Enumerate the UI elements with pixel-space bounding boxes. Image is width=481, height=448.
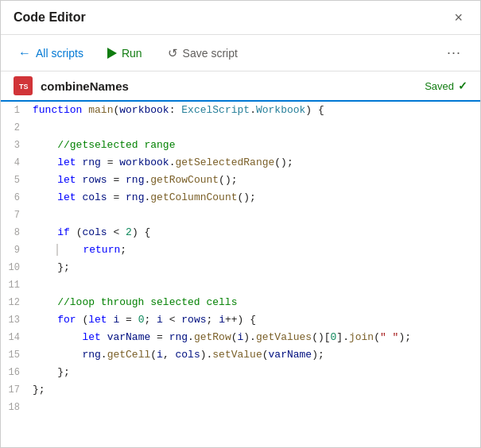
line-code: //loop through selected cells (29, 294, 480, 311)
line-number: 5 (1, 172, 29, 189)
script-bar: TS combineNames Saved ✓ (1, 71, 480, 102)
close-button[interactable]: × (449, 9, 467, 26)
line-number: 13 (1, 311, 29, 329)
line-number: 3 (1, 137, 29, 154)
table-row: 6 let cols = rng.getColumnCount(); (1, 189, 480, 207)
table-row: 1function main(workbook: ExcelScript.Wor… (1, 102, 480, 119)
line-code: let rng = workbook.getSelectedRange(); (29, 154, 480, 172)
table-row: 9 return; (1, 241, 480, 259)
line-number: 18 (1, 399, 29, 416)
back-label: All scripts (36, 47, 83, 60)
svg-text:TS: TS (19, 83, 29, 91)
line-number: 9 (1, 241, 29, 259)
table-row: 13 for (let i = 0; i < rows; i++) { (1, 311, 480, 329)
script-name: combineNames (41, 79, 129, 93)
table-row: 10 }; (1, 259, 480, 276)
code-editor[interactable]: 1function main(workbook: ExcelScript.Wor… (1, 102, 480, 430)
line-number: 2 (1, 119, 29, 137)
line-code (29, 399, 480, 416)
line-code: function main(workbook: ExcelScript.Work… (29, 102, 480, 119)
table-row: 12 //loop through selected cells (1, 294, 480, 311)
back-button[interactable]: ← All scripts (14, 43, 88, 64)
line-number: 6 (1, 189, 29, 207)
line-code: //getselected range (29, 137, 480, 154)
line-code (29, 207, 480, 224)
line-number: 7 (1, 207, 29, 224)
table-row: 4 let rng = workbook.getSelectedRange(); (1, 154, 480, 172)
table-row: 16 }; (1, 364, 480, 381)
table-row: 8 if (cols < 2) { (1, 224, 480, 241)
script-icon: TS (14, 76, 33, 95)
run-icon (107, 48, 117, 59)
toolbar: ← All scripts Run ↺ Save script ··· (1, 35, 480, 71)
line-code: return; (29, 241, 480, 259)
file-icon: TS (17, 79, 29, 92)
script-info: TS combineNames (14, 76, 129, 95)
table-row: 18 (1, 399, 480, 416)
check-icon: ✓ (458, 79, 467, 92)
save-label: Save script (183, 47, 238, 60)
line-code: }; (29, 381, 480, 399)
table-row: 2 (1, 119, 480, 137)
line-number: 11 (1, 276, 29, 294)
saved-badge: Saved ✓ (425, 79, 467, 92)
toolbar-left: ← All scripts Run ↺ Save script (14, 43, 428, 64)
table-row: 11 (1, 276, 480, 294)
line-code: rng.getCell(i, cols).setValue(varName); (29, 346, 480, 364)
run-button[interactable]: Run (101, 44, 149, 63)
table-row: 7 (1, 207, 480, 224)
line-number: 16 (1, 364, 29, 381)
line-code: let rows = rng.getRowCount(); (29, 172, 480, 189)
saved-label: Saved (425, 80, 454, 92)
line-number: 17 (1, 381, 29, 399)
table-row: 5 let rows = rng.getRowCount(); (1, 172, 480, 189)
save-button[interactable]: ↺ Save script (161, 43, 244, 64)
line-code: let varName = rng.getRow(i).getValues()[… (29, 329, 480, 346)
save-icon: ↺ (168, 46, 178, 60)
line-number: 10 (1, 259, 29, 276)
back-arrow-icon: ← (18, 46, 31, 60)
line-number: 14 (1, 329, 29, 346)
line-number: 12 (1, 294, 29, 311)
line-number: 15 (1, 346, 29, 364)
line-number: 4 (1, 154, 29, 172)
run-label: Run (122, 47, 142, 60)
line-code: if (cols < 2) { (29, 224, 480, 241)
table-row: 15 rng.getCell(i, cols).setValue(varName… (1, 346, 480, 364)
line-code: }; (29, 364, 480, 381)
line-number: 8 (1, 224, 29, 241)
header: Code Editor × (1, 1, 480, 35)
code-table: 1function main(workbook: ExcelScript.Wor… (1, 102, 480, 416)
table-row: 14 let varName = rng.getRow(i).getValues… (1, 329, 480, 346)
table-row: 3 //getselected range (1, 137, 480, 154)
line-code: let cols = rng.getColumnCount(); (29, 189, 480, 207)
line-code (29, 119, 480, 137)
line-code (29, 276, 480, 294)
line-code: for (let i = 0; i < rows; i++) { (29, 311, 480, 329)
table-row: 17}; (1, 381, 480, 399)
page-title: Code Editor (14, 10, 86, 25)
code-body: 1function main(workbook: ExcelScript.Wor… (1, 102, 480, 416)
line-code: }; (29, 259, 480, 276)
line-number: 1 (1, 102, 29, 119)
more-options-button[interactable]: ··· (440, 41, 467, 64)
